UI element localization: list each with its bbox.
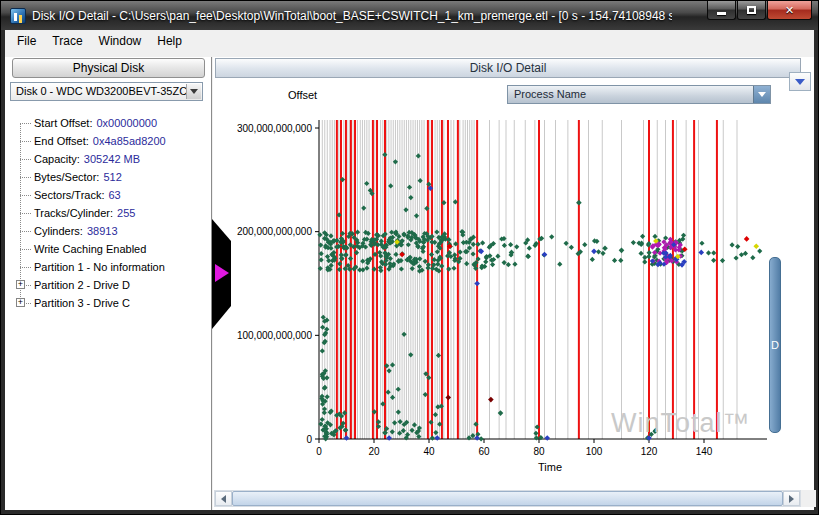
partition-d-bar: D xyxy=(769,257,781,433)
property-cylinders: Cylinders:38913 xyxy=(7,222,209,240)
menu-trace[interactable]: Trace xyxy=(44,31,90,51)
property-sectors-track: Sectors/Track:63 xyxy=(7,186,209,204)
svg-text:100,000,000,000: 100,000,000,000 xyxy=(237,330,313,341)
property-end-offset: End Offset:0x4a85ad8200 xyxy=(7,132,209,150)
app-icon xyxy=(10,8,26,24)
property-start-offset: Start Offset:0x00000000 xyxy=(7,114,209,132)
arrow-right-icon xyxy=(789,495,794,503)
close-button[interactable]: ✕ xyxy=(767,1,812,20)
scroll-right-button[interactable] xyxy=(783,491,800,506)
svg-text:60: 60 xyxy=(478,446,490,457)
watermark: WinTotal™ xyxy=(611,408,751,439)
disk-selector-value: Disk 0 - WDC WD3200BEVT-35ZC xyxy=(16,85,187,97)
minimize-button[interactable] xyxy=(707,1,736,20)
property-partition-2[interactable]: + Partition 2 - Drive D xyxy=(7,276,209,294)
property-capacity: Capacity:305242 MB xyxy=(7,150,209,168)
y-axis-title: Offset xyxy=(288,89,317,101)
svg-text:200,000,000,000: 200,000,000,000 xyxy=(237,226,313,237)
physical-disk-header[interactable]: Physical Disk xyxy=(12,58,205,78)
chevron-down-icon xyxy=(190,89,198,94)
disk-selector-arrow[interactable] xyxy=(186,84,201,99)
menu-help[interactable]: Help xyxy=(149,31,190,51)
scroll-left-button[interactable] xyxy=(215,491,232,506)
app-body: Physical Disk Disk 0 - WDC WD3200BEVT-35… xyxy=(5,52,814,510)
expand-icon[interactable]: + xyxy=(16,280,25,289)
svg-text:100: 100 xyxy=(586,446,603,457)
menu-bar: File Trace Window Help xyxy=(5,30,814,52)
titlebar[interactable]: Disk I/O Detail - C:\Users\pan_fee\Deskt… xyxy=(1,1,819,30)
process-name-value: Process Name xyxy=(508,86,753,103)
expand-icon[interactable]: + xyxy=(16,298,25,307)
panel-top-band xyxy=(5,52,814,57)
svg-text:300,000,000,000: 300,000,000,000 xyxy=(237,123,313,134)
app-window: Disk I/O Detail - C:\Users\pan_fee\Deskt… xyxy=(0,0,819,515)
window-controls: ✕ xyxy=(707,1,812,20)
window-title: Disk I/O Detail - C:\Users\pan_fee\Deskt… xyxy=(32,9,672,23)
svg-text:0: 0 xyxy=(316,446,322,457)
property-partition-1: Partition 1 - No information xyxy=(7,258,209,276)
scrollbar-corner xyxy=(801,490,816,507)
menu-file[interactable]: File xyxy=(9,31,44,51)
disk-properties-list: Start Offset:0x00000000 End Offset:0x4a8… xyxy=(7,114,209,312)
disk-selector-dropdown[interactable]: Disk 0 - WDC WD3200BEVT-35ZC xyxy=(10,82,203,101)
property-tracks-cylinder: Tracks/Cylinder:255 xyxy=(7,204,209,222)
svg-text:40: 40 xyxy=(423,446,435,457)
menu-window[interactable]: Window xyxy=(91,31,150,51)
svg-text:Time: Time xyxy=(538,461,562,473)
svg-text:80: 80 xyxy=(533,446,545,457)
maximize-icon xyxy=(747,6,756,14)
partition-d-label: D xyxy=(771,339,779,351)
horizontal-scrollbar[interactable] xyxy=(214,490,801,507)
sidebar-physical-disk: Physical Disk Disk 0 - WDC WD3200BEVT-35… xyxy=(5,52,212,510)
svg-text:0: 0 xyxy=(306,434,312,445)
close-icon: ✕ xyxy=(785,5,794,16)
maximize-button[interactable] xyxy=(737,1,766,20)
disk-io-detail-panel: Disk I/O Detail Offset Process Name 0100… xyxy=(213,52,814,510)
process-name-dropdown[interactable]: Process Name xyxy=(507,85,771,104)
property-bytes-sector: Bytes/Sector:512 xyxy=(7,168,209,186)
arrow-left-icon xyxy=(221,495,226,503)
property-write-caching: Write Caching Enabled xyxy=(7,240,209,258)
chevron-down-icon xyxy=(758,92,766,97)
svg-text:120: 120 xyxy=(641,446,658,457)
panel-title: Disk I/O Detail xyxy=(215,58,801,78)
property-partition-3[interactable]: + Partition 3 - Drive C xyxy=(7,294,209,312)
graph-menu-button[interactable] xyxy=(789,72,811,91)
chevron-down-icon xyxy=(795,79,805,85)
svg-text:20: 20 xyxy=(368,446,380,457)
svg-text:140: 140 xyxy=(696,446,713,457)
process-name-arrow[interactable] xyxy=(753,86,770,103)
partition-position-marker xyxy=(212,219,231,329)
scrollbar-thumb[interactable] xyxy=(232,491,783,506)
minimize-icon xyxy=(717,12,726,15)
